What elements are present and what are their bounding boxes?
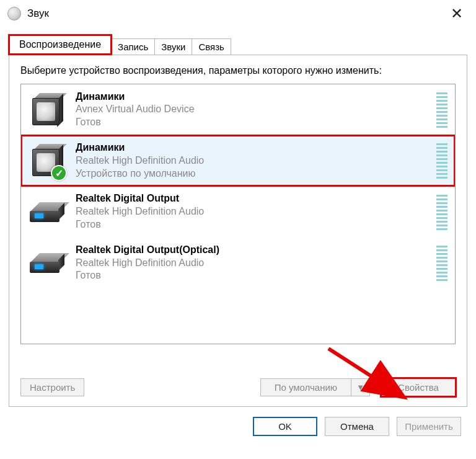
window-title: Звук [27, 7, 49, 20]
titlebar: Звук ✕ [0, 0, 476, 27]
level-meter-icon [436, 92, 447, 128]
device-subtitle: Realtek High Definition Audio [76, 205, 430, 218]
button-label: OK [278, 421, 292, 432]
device-subtitle: Avnex Virtual Audio Device [76, 103, 430, 116]
device-row[interactable]: Realtek Digital Output(Optical) Realtek … [21, 238, 455, 288]
button-label: Настроить [30, 382, 75, 393]
device-state: Устройство по умолчанию [76, 167, 430, 180]
device-state: Готов [76, 269, 430, 282]
device-icon-speaker [29, 92, 76, 128]
apply-button[interactable]: Применить [397, 417, 461, 436]
tab-label: Звуки [161, 42, 185, 52]
device-icon-digital [29, 198, 76, 226]
close-button[interactable]: ✕ [443, 3, 471, 24]
panel-button-row: Настроить По умолчанию ▼ Свойства [20, 378, 456, 396]
chevron-down-icon: ▼ [351, 380, 369, 395]
tab-playback[interactable]: Воспроизведение [9, 35, 112, 55]
device-state: Готов [76, 218, 430, 231]
tab-label: Запись [118, 42, 148, 52]
level-meter-icon [436, 245, 447, 281]
dialog-button-row: OK Отмена Применить [0, 407, 476, 436]
tab-label: Связь [198, 42, 224, 52]
tab-sounds[interactable]: Звуки [154, 38, 192, 55]
device-row[interactable]: Realtek Digital Output Realtek High Defi… [21, 186, 455, 237]
device-title: Realtek Digital Output(Optical) [76, 244, 430, 257]
device-text: Realtek Digital Output Realtek High Defi… [76, 192, 436, 231]
instruction-text: Выберите устройство воспроизведения, пар… [20, 64, 456, 78]
device-icon-digital [29, 249, 76, 277]
device-subtitle: Realtek High Definition Audio [76, 154, 430, 167]
device-title: Динамики [76, 91, 430, 104]
level-meter-icon [436, 143, 447, 179]
button-label: Свойства [398, 382, 439, 393]
device-title: Realtek Digital Output [76, 192, 430, 205]
sound-app-icon [7, 7, 21, 20]
ok-button[interactable]: OK [253, 417, 317, 436]
button-label: Применить [405, 421, 453, 432]
tab-comm[interactable]: Связь [192, 38, 231, 55]
configure-button[interactable]: Настроить [20, 378, 84, 396]
device-row[interactable]: Динамики Avnex Virtual Audio Device Гото… [21, 84, 455, 135]
button-label: Отмена [340, 421, 374, 432]
device-text: Realtek Digital Output(Optical) Realtek … [76, 244, 436, 282]
properties-button[interactable]: Свойства [381, 378, 456, 396]
device-icon-speaker: ✓ [29, 143, 76, 179]
tabs-row: Воспроизведение Запись Звуки Связь [0, 27, 476, 55]
device-list: Динамики Avnex Virtual Audio Device Гото… [20, 84, 456, 344]
device-subtitle: Realtek High Definition Audio [76, 257, 430, 270]
playback-panel: Выберите устройство воспроизведения, пар… [9, 55, 467, 407]
cancel-button[interactable]: Отмена [325, 417, 389, 436]
tab-label: Воспроизведение [19, 39, 101, 50]
device-text: Динамики Realtek High Definition Audio У… [76, 141, 436, 180]
button-label: По умолчанию [261, 379, 351, 396]
tab-recording[interactable]: Запись [111, 38, 155, 55]
device-state: Готов [76, 116, 430, 129]
level-meter-icon [436, 194, 447, 230]
device-text: Динамики Avnex Virtual Audio Device Гото… [76, 91, 436, 129]
device-row[interactable]: ✓ Динамики Realtek High Definition Audio… [21, 135, 455, 186]
default-check-icon: ✓ [51, 165, 67, 181]
set-default-dropdown[interactable]: По умолчанию ▼ [260, 378, 370, 396]
device-title: Динамики [76, 141, 430, 154]
